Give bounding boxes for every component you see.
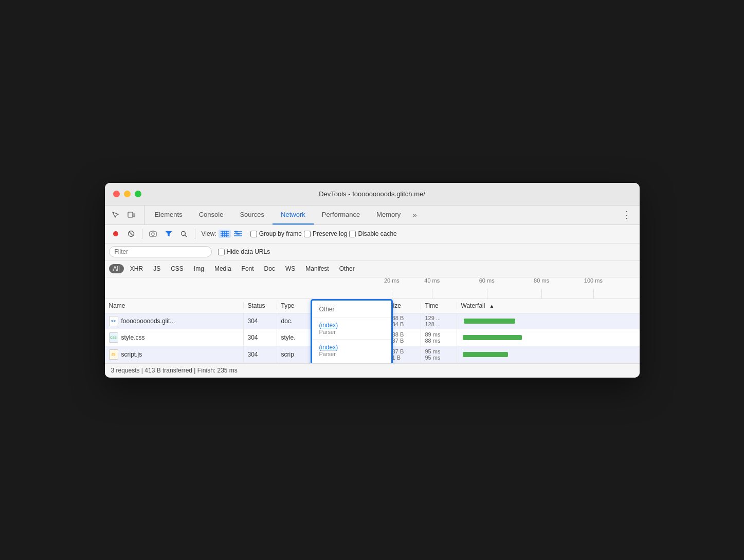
- tab-console[interactable]: Console: [191, 206, 232, 225]
- waterfall-bar-row3: [463, 352, 508, 357]
- svg-point-6: [152, 233, 154, 235]
- html-file-icon: <>: [109, 316, 118, 326]
- row3-size: 137 B 81 B: [385, 346, 421, 363]
- record-button[interactable]: [109, 227, 122, 240]
- tab-menu[interactable]: ⋮: [618, 206, 636, 225]
- timeline-mark-100ms: 100 ms: [584, 277, 603, 284]
- tab-elements[interactable]: Elements: [147, 206, 191, 225]
- view-label: View:: [202, 230, 216, 237]
- type-filter-img[interactable]: Img: [190, 264, 208, 273]
- row3-type: scrip: [277, 346, 313, 363]
- type-filter-bar: All XHR JS CSS Img Media Font Doc WS Man…: [105, 261, 640, 277]
- table-header: Name Status Type Initiator Size Time Wat…: [105, 299, 640, 313]
- table-row[interactable]: JS script.js 304 scrip (index) Parser 13…: [105, 346, 640, 363]
- tab-network[interactable]: Network: [273, 206, 314, 225]
- tab-memory[interactable]: Memory: [368, 206, 409, 225]
- disable-cache-checkbox[interactable]: [349, 231, 356, 237]
- table-row[interactable]: <> fooooooooods.glit... 304 doc. Other 1…: [105, 313, 640, 329]
- svg-line-4: [129, 232, 133, 236]
- filter-button[interactable]: [162, 227, 175, 240]
- row2-time: 89 ms 88 ms: [421, 329, 457, 346]
- filter-input[interactable]: [109, 246, 212, 257]
- maximize-button[interactable]: [135, 191, 141, 197]
- type-filter-css[interactable]: CSS: [167, 264, 188, 273]
- row1-time: 129 ... 128 ...: [421, 313, 457, 329]
- filter-bar: Hide data URLs: [105, 244, 640, 261]
- row3-time: 95 ms 95 ms: [421, 346, 457, 363]
- toolbar-sep-1: [142, 229, 142, 239]
- toolbar-checkboxes: Group by frame Preserve log Disable cach…: [250, 230, 397, 237]
- tab-bar-tools: [109, 206, 144, 225]
- close-button[interactable]: [113, 191, 120, 197]
- row2-size: 138 B 287 B: [385, 329, 421, 346]
- col-header-type[interactable]: Type: [277, 302, 313, 309]
- screenshot-button[interactable]: [147, 227, 160, 240]
- svg-rect-0: [128, 212, 133, 217]
- row3-initiator: (index) Parser: [313, 346, 385, 363]
- row3-status: 304: [244, 346, 277, 363]
- device-icon[interactable]: [125, 209, 138, 221]
- row1-name: <> fooooooooods.glit...: [105, 313, 244, 329]
- table-row[interactable]: CSS style.css 304 style. (index) Parser …: [105, 329, 640, 346]
- hide-data-urls-checkbox[interactable]: [218, 249, 225, 255]
- svg-rect-5: [150, 232, 156, 236]
- timeline-header: 20 ms 40 ms 60 ms 80 ms 100 ms: [105, 277, 640, 299]
- clear-button[interactable]: [124, 227, 138, 240]
- col-header-status[interactable]: Status: [244, 302, 277, 309]
- col-header-time[interactable]: Time: [421, 302, 457, 309]
- devtools-window: DevTools - fooooooooods.glitch.me/ Eleme…: [105, 183, 640, 378]
- row1-initiator: Other: [313, 313, 385, 329]
- svg-line-8: [185, 235, 187, 237]
- row1-waterfall: [457, 313, 640, 329]
- title-bar: DevTools - fooooooooods.glitch.me/: [105, 183, 640, 206]
- status-text: 3 requests | 413 B transferred | Finish:…: [111, 367, 238, 374]
- tab-more[interactable]: »: [409, 206, 421, 225]
- row1-size: 138 B 734 B: [385, 313, 421, 329]
- type-filter-media[interactable]: Media: [210, 264, 235, 273]
- group-by-frame-option[interactable]: Group by frame: [250, 230, 302, 237]
- disable-cache-option[interactable]: Disable cache: [349, 230, 396, 237]
- waterfall-bar-row2: [463, 335, 522, 340]
- window-title: DevTools - fooooooooods.glitch.me/: [113, 190, 631, 198]
- col-header-name[interactable]: Name: [105, 302, 244, 309]
- timeline-mark-20ms: 20 ms: [384, 277, 400, 284]
- group-by-frame-checkbox[interactable]: [250, 231, 257, 237]
- tab-sources[interactable]: Sources: [231, 206, 273, 225]
- type-filter-all[interactable]: All: [109, 264, 124, 273]
- tab-performance[interactable]: Performance: [314, 206, 368, 225]
- preserve-log-option[interactable]: Preserve log: [304, 230, 347, 237]
- col-header-initiator[interactable]: Initiator: [313, 302, 385, 309]
- row2-waterfall: [457, 329, 640, 346]
- row2-name: CSS style.css: [105, 329, 244, 346]
- hide-data-urls-option[interactable]: Hide data URLs: [218, 248, 270, 255]
- type-filter-doc[interactable]: Doc: [260, 264, 279, 273]
- tab-bar: Elements Console Sources Network Perform…: [105, 206, 640, 225]
- type-filter-js[interactable]: JS: [149, 264, 165, 273]
- col-header-waterfall[interactable]: Waterfall ▲: [457, 302, 640, 309]
- type-filter-manifest[interactable]: Manifest: [301, 264, 333, 273]
- search-button[interactable]: [177, 227, 191, 240]
- row3-waterfall: [457, 346, 640, 363]
- row3-name: JS script.js: [105, 346, 244, 363]
- sort-arrow: ▲: [489, 303, 494, 309]
- type-filter-xhr[interactable]: XHR: [126, 264, 147, 273]
- row2-type: style.: [277, 329, 313, 346]
- type-filter-font[interactable]: Font: [238, 264, 258, 273]
- col-header-size[interactable]: Size: [385, 302, 421, 309]
- timeline-mark-60ms: 60 ms: [479, 277, 495, 284]
- preserve-log-checkbox[interactable]: [304, 231, 311, 237]
- list-view-button[interactable]: [219, 230, 231, 238]
- row1-type: doc.: [277, 313, 313, 329]
- cursor-icon[interactable]: [109, 209, 121, 221]
- timeline-mark-80ms: 80 ms: [534, 277, 549, 284]
- minimize-button[interactable]: [124, 191, 131, 197]
- type-filter-other[interactable]: Other: [335, 264, 359, 273]
- waterfall-view-button[interactable]: [232, 230, 244, 238]
- tabs: Elements Console Sources Network Perform…: [147, 206, 618, 225]
- type-filter-ws[interactable]: WS: [281, 264, 299, 273]
- waterfall-bar-row1: [464, 319, 515, 324]
- row2-status: 304: [244, 329, 277, 346]
- status-bar: 3 requests | 413 B transferred | Finish:…: [105, 363, 640, 378]
- svg-rect-19: [237, 233, 240, 235]
- network-toolbar: View:: [105, 225, 640, 244]
